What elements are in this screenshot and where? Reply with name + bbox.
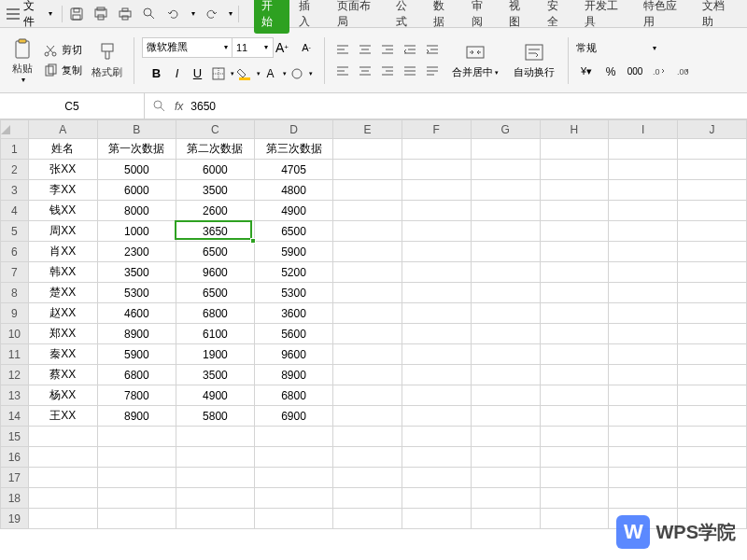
cell[interactable]: 2300 — [97, 242, 176, 262]
tab-formula[interactable]: 公式 — [388, 0, 425, 34]
cell[interactable] — [402, 406, 471, 427]
cell[interactable]: 5000 — [97, 160, 176, 180]
cell[interactable] — [402, 283, 471, 303]
cell[interactable] — [402, 139, 471, 160]
col-header-D[interactable]: D — [254, 120, 332, 139]
row-header-4[interactable]: 4 — [1, 201, 29, 221]
align-top-button[interactable] — [332, 42, 353, 59]
col-header-G[interactable]: G — [471, 120, 540, 139]
cell[interactable] — [176, 488, 254, 509]
cell[interactable] — [402, 385, 471, 406]
cell[interactable] — [609, 447, 678, 468]
cell[interactable] — [97, 468, 176, 488]
row-header-9[interactable]: 9 — [1, 303, 29, 324]
undo-icon[interactable] — [165, 6, 182, 22]
cell[interactable]: 赵XX — [28, 303, 97, 324]
row-header-16[interactable]: 16 — [1, 447, 29, 468]
increase-decimal-button[interactable]: .0 — [649, 62, 669, 82]
cell[interactable] — [402, 303, 471, 324]
row-header-7[interactable]: 7 — [1, 262, 29, 283]
cell[interactable] — [471, 344, 540, 365]
col-header-I[interactable]: I — [609, 120, 678, 139]
cell[interactable] — [609, 427, 678, 447]
cell[interactable] — [97, 427, 176, 447]
row-header-12[interactable]: 12 — [1, 365, 29, 385]
align-right-button[interactable] — [377, 63, 398, 79]
chevron-down-icon[interactable]: ▾ — [264, 43, 268, 51]
cell[interactable] — [540, 344, 609, 365]
cell[interactable]: 郑XX — [28, 324, 97, 344]
cell[interactable] — [28, 488, 97, 509]
cell[interactable] — [402, 344, 471, 365]
cell[interactable]: 6500 — [176, 242, 254, 262]
cell[interactable]: 第二次数据 — [176, 139, 254, 160]
cell[interactable]: 4900 — [254, 201, 332, 221]
cell[interactable]: 第三次数据 — [254, 139, 332, 160]
col-header-H[interactable]: H — [540, 120, 609, 139]
align-middle-button[interactable] — [355, 42, 375, 59]
cell[interactable] — [540, 488, 609, 509]
decrease-indent-button[interactable] — [400, 42, 420, 59]
cell[interactable] — [471, 180, 540, 201]
increase-indent-button[interactable] — [422, 42, 443, 59]
col-header-J[interactable]: J — [678, 120, 747, 139]
file-menu[interactable]: 文件 ▾ — [6, 0, 52, 30]
cell[interactable] — [609, 262, 678, 283]
cell[interactable]: 4900 — [176, 385, 254, 406]
cell[interactable] — [333, 221, 402, 242]
cell[interactable]: 5800 — [176, 406, 254, 427]
cell[interactable]: 3500 — [97, 262, 176, 283]
cell[interactable] — [678, 180, 747, 201]
tab-special[interactable]: 特色应用 — [636, 0, 693, 34]
cell[interactable] — [540, 303, 609, 324]
cell[interactable]: 4800 — [254, 180, 332, 201]
cell[interactable] — [176, 468, 254, 488]
row-header-14[interactable]: 14 — [1, 406, 29, 427]
cell[interactable]: 杨XX — [28, 385, 97, 406]
chevron-down-icon[interactable]: ▾ — [309, 70, 313, 77]
cell[interactable] — [471, 406, 540, 427]
row-header-19[interactable]: 19 — [1, 509, 29, 529]
cell[interactable] — [609, 468, 678, 488]
chevron-down-icon[interactable]: ▾ — [229, 9, 233, 18]
justify-button[interactable] — [400, 63, 420, 79]
cell[interactable] — [28, 509, 97, 529]
tab-layout[interactable]: 页面布局 — [330, 0, 387, 34]
cell[interactable]: 1000 — [97, 221, 176, 242]
cell[interactable] — [678, 242, 747, 262]
chevron-down-icon[interactable]: ▾ — [191, 9, 195, 18]
row-header-18[interactable]: 18 — [1, 488, 29, 509]
merge-center-button[interactable]: 合并居中▾ — [446, 39, 504, 81]
col-header-F[interactable]: F — [402, 120, 471, 139]
cell[interactable] — [471, 139, 540, 160]
cell[interactable] — [540, 406, 609, 427]
cell[interactable] — [540, 468, 609, 488]
cell[interactable]: 蔡XX — [28, 365, 97, 385]
decrease-decimal-button[interactable]: .00 — [673, 62, 694, 82]
cell[interactable] — [678, 385, 747, 406]
paste-button[interactable]: 粘贴 ▾ — [7, 35, 37, 86]
cell[interactable] — [402, 180, 471, 201]
redo-icon[interactable] — [203, 6, 219, 22]
row-header-5[interactable]: 5 — [1, 221, 29, 242]
tab-devtools[interactable]: 开发工具 — [577, 0, 634, 34]
cell[interactable] — [540, 160, 609, 180]
cell[interactable] — [402, 447, 471, 468]
cell[interactable]: 1900 — [176, 344, 254, 365]
cell[interactable] — [678, 139, 747, 160]
cell[interactable] — [540, 201, 609, 221]
cell[interactable]: 8900 — [97, 406, 176, 427]
row-header-3[interactable]: 3 — [1, 180, 29, 201]
cell[interactable] — [540, 221, 609, 242]
cell[interactable] — [471, 303, 540, 324]
cell[interactable] — [609, 324, 678, 344]
cell[interactable] — [471, 427, 540, 447]
direct-print-icon[interactable] — [141, 6, 158, 22]
cell[interactable] — [402, 427, 471, 447]
cell[interactable] — [678, 344, 747, 365]
cell[interactable] — [609, 385, 678, 406]
cell[interactable] — [540, 324, 609, 344]
cell[interactable] — [471, 447, 540, 468]
cell[interactable] — [540, 365, 609, 385]
cell[interactable] — [609, 221, 678, 242]
